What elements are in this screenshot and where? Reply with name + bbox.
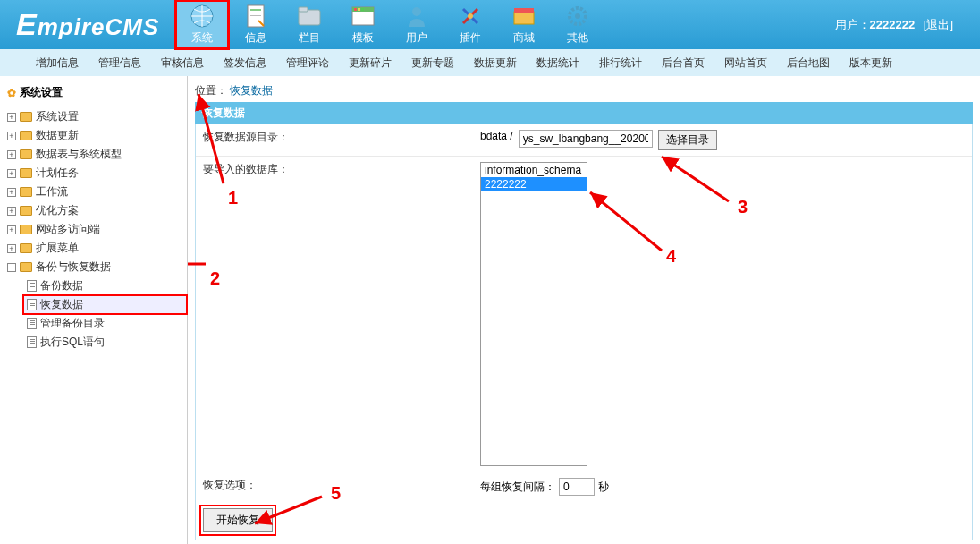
expand-icon[interactable]: + — [7, 225, 16, 234]
submit-row: 开始恢复 — [196, 501, 972, 540]
tree-node[interactable]: +优化方案 — [4, 201, 187, 220]
tree-node[interactable]: -备份与恢复数据 — [4, 258, 187, 276]
tree-label: 网站多访问端 — [36, 222, 100, 237]
tree-leaf-backup[interactable]: 备份数据 — [23, 276, 187, 295]
sub-menu: 增加信息 管理信息 审核信息 签发信息 管理评论 更新碎片 更新专题 数据更新 … — [0, 49, 980, 76]
submenu-item[interactable]: 数据统计 — [536, 55, 579, 71]
annotation-5: 5 — [331, 483, 341, 504]
tree-node[interactable]: +扩展菜单 — [4, 239, 187, 258]
tree-label: 执行SQL语句 — [40, 335, 105, 350]
submenu-item[interactable]: 后台地图 — [787, 55, 830, 71]
nav-user[interactable]: 用户 — [390, 0, 444, 49]
nav-other[interactable]: 其他 — [551, 0, 604, 49]
svg-rect-6 — [299, 7, 308, 12]
submenu-item[interactable]: 数据更新 — [474, 55, 517, 71]
tree-node[interactable]: +计划任务 — [4, 164, 187, 183]
expand-icon[interactable]: + — [7, 188, 16, 197]
submenu-item[interactable]: 后台首页 — [662, 55, 705, 71]
tree-label: 计划任务 — [36, 166, 79, 181]
tree-label: 恢复数据 — [40, 297, 83, 312]
svg-rect-2 — [250, 9, 261, 11]
expand-icon[interactable]: + — [7, 150, 16, 159]
sidebar-title-text: 系统设置 — [20, 85, 63, 100]
tree-node[interactable]: +数据表与系统模型 — [4, 145, 187, 164]
submenu-item[interactable]: 增加信息 — [36, 55, 79, 71]
folder-icon — [20, 168, 32, 178]
submenu-item[interactable]: 审核信息 — [161, 55, 204, 71]
source-prefix: bdata / — [480, 130, 513, 142]
annotation-1: 1 — [228, 188, 238, 208]
panel-header: 恢复数据 — [195, 102, 973, 124]
nav-label: 商城 — [513, 30, 535, 46]
svg-rect-9 — [354, 8, 357, 11]
username: 2222222 — [870, 18, 916, 31]
submenu-item[interactable]: 排行统计 — [599, 55, 642, 71]
nav-shop[interactable]: 商城 — [497, 0, 551, 49]
source-field: bdata / 选择目录 — [480, 130, 965, 150]
expand-icon[interactable]: + — [7, 132, 16, 140]
tree-leaf-restore[interactable]: 恢复数据 — [23, 295, 187, 314]
nav-system[interactable]: 系统 — [175, 0, 229, 49]
submenu-item[interactable]: 管理评论 — [286, 55, 329, 71]
user-label: 用户： — [835, 18, 870, 31]
breadcrumb-prefix: 位置： — [195, 84, 227, 97]
submenu-item[interactable]: 更新碎片 — [349, 55, 392, 71]
submenu-item[interactable]: 网站首页 — [724, 55, 767, 71]
tree-children: 备份数据 恢复数据 管理备份目录 执行SQL语句 — [4, 276, 187, 352]
logout-link[interactable]: [退出] — [924, 18, 953, 31]
tree-node[interactable]: +工作流 — [4, 183, 187, 201]
svg-rect-14 — [514, 12, 534, 24]
expand-icon[interactable]: + — [7, 113, 16, 122]
row-source: 恢复数据源目录： bdata / 选择目录 — [196, 124, 972, 156]
folder-icon — [20, 225, 32, 234]
file-icon — [27, 318, 37, 329]
nav-info[interactable]: 信息 — [229, 0, 283, 49]
user-box: 用户：2222222 [退出] — [835, 17, 980, 33]
submenu-item[interactable]: 版本更新 — [849, 55, 892, 71]
gear-icon: ✿ — [7, 87, 16, 99]
collapse-icon[interactable]: - — [7, 263, 16, 272]
nav-tree: +系统设置 +数据更新 +数据表与系统模型 +计划任务 +工作流 +优化方案 +… — [0, 106, 187, 353]
folder-icon — [20, 149, 32, 159]
plugin-icon — [458, 4, 483, 29]
source-input[interactable] — [519, 130, 653, 148]
start-restore-button[interactable]: 开始恢复 — [203, 508, 273, 532]
submenu-item[interactable]: 签发信息 — [224, 55, 266, 71]
annotation-2: 2 — [210, 268, 220, 289]
db-option[interactable]: information_schema — [481, 163, 587, 177]
db-option-selected[interactable]: 2222222 — [481, 177, 587, 191]
folder-icon — [20, 243, 32, 253]
nav-plugin[interactable]: 插件 — [444, 0, 497, 49]
choose-dir-button[interactable]: 选择目录 — [658, 130, 717, 150]
folder-icon — [20, 131, 32, 140]
nav-column[interactable]: 栏目 — [283, 0, 336, 49]
folder-icon — [20, 112, 32, 122]
gear-icon — [565, 4, 590, 29]
tree-label: 工作流 — [36, 184, 68, 200]
expand-icon[interactable]: + — [7, 207, 16, 216]
tree-node[interactable]: +数据更新 — [4, 126, 187, 145]
expand-icon[interactable]: + — [7, 169, 16, 178]
submenu-item[interactable]: 管理信息 — [98, 55, 141, 71]
interval-input[interactable] — [559, 478, 595, 496]
nav-label: 模板 — [352, 30, 374, 46]
svg-rect-15 — [514, 8, 534, 13]
options-label: 恢复选项： — [203, 478, 480, 493]
sidebar: ✿ 系统设置 +系统设置 +数据更新 +数据表与系统模型 +计划任务 +工作流 … — [0, 76, 188, 544]
nav-template[interactable]: 模板 — [336, 0, 390, 49]
svg-rect-11 — [361, 8, 364, 11]
tree-node[interactable]: +网站多访问端 — [4, 220, 187, 239]
sidebar-title: ✿ 系统设置 — [0, 80, 187, 106]
tree-leaf-sql[interactable]: 执行SQL语句 — [23, 333, 187, 352]
logo-text: mpireCMS — [38, 13, 160, 40]
top-nav: 系统 信息 栏目 模板 用户 插件 商城 其他 — [175, 0, 604, 49]
tree-node[interactable]: +系统设置 — [4, 107, 187, 126]
panel-body: 恢复数据源目录： bdata / 选择目录 要导入的数据库： informati… — [195, 124, 973, 540]
svg-rect-4 — [250, 15, 261, 16]
database-listbox[interactable]: information_schema 2222222 — [480, 162, 587, 466]
tree-leaf-manage[interactable]: 管理备份目录 — [23, 314, 187, 333]
breadcrumb-page[interactable]: 恢复数据 — [230, 84, 273, 97]
folder-icon — [20, 187, 32, 197]
submenu-item[interactable]: 更新专题 — [411, 55, 454, 71]
expand-icon[interactable]: + — [7, 244, 16, 253]
